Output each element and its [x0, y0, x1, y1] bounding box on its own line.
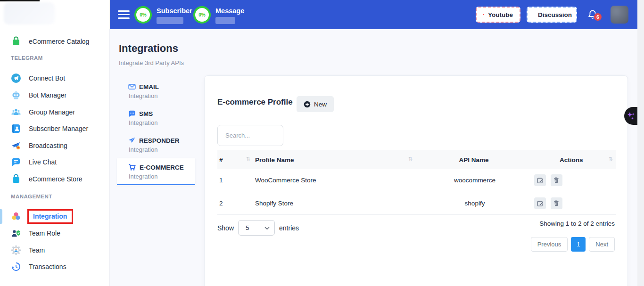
hamburger-menu-icon[interactable]: [118, 10, 130, 19]
previous-page-button[interactable]: Previous: [531, 237, 568, 252]
sidebar-item-live-chat[interactable]: Live Chat: [10, 155, 105, 170]
logo[interactable]: [4, 2, 55, 25]
broadcast-icon: [10, 140, 22, 151]
edit-button[interactable]: [534, 174, 546, 186]
subscriber-stat-label: Subscriber: [157, 7, 192, 15]
redacted-message-value: [215, 17, 235, 24]
column-header-actions[interactable]: Actions⇅: [532, 150, 616, 169]
delete-button[interactable]: [551, 197, 562, 209]
sidebar-item-label: Subscriber Manager: [29, 125, 88, 132]
sidebar-item-label: Transactions: [29, 263, 66, 270]
cell-profile-name: WooCommerce Store: [253, 169, 415, 192]
sidebar-item-integration[interactable]: Integration: [10, 209, 105, 224]
show-label: Show: [217, 224, 234, 232]
top-header-bar: 0% Subscriber 0% Message Youtube Discuss…: [110, 0, 637, 29]
sidebar-item-label: Group Manager: [29, 108, 75, 116]
team-role-icon: [10, 228, 22, 239]
transactions-icon: [10, 261, 22, 272]
chevron-down-icon: [264, 227, 270, 230]
sidebar-item-label: Team: [29, 246, 45, 254]
message-stat: 0% Message: [193, 6, 244, 24]
sms-icon: [128, 110, 136, 117]
sidebar-item-bot-manager[interactable]: Bot Manager: [10, 88, 105, 103]
sidebar-item-transactions[interactable]: Transactions: [10, 259, 105, 274]
sidebar: eCommerce Catalog TELEGRAM Connect Bot B…: [0, 0, 110, 286]
sidebar-section-management: MANAGEMENT: [11, 194, 52, 199]
page-title: Integrations: [119, 42, 178, 55]
subnav-item-ecommerce[interactable]: E-COMMERCE Integration: [117, 158, 195, 185]
subnav-item-subtitle: Integration: [129, 92, 184, 99]
integration-icon: [10, 211, 22, 222]
edit-icon: [537, 177, 544, 184]
subnav-item-title: SMS: [139, 110, 153, 117]
column-header-api-name[interactable]: API Name: [415, 150, 532, 169]
current-page-button[interactable]: 1: [571, 237, 586, 252]
store-bag-icon: [10, 173, 22, 185]
subnav-item-responder[interactable]: RESPONDER Integration: [117, 131, 195, 158]
sidebar-item-broadcasting[interactable]: Broadcasting: [10, 138, 105, 153]
sidebar-item-group-manager[interactable]: Group Manager: [10, 105, 105, 120]
subnav-item-sms[interactable]: SMS Integration: [117, 105, 195, 131]
new-profile-button[interactable]: New: [297, 96, 334, 112]
robot-icon: [10, 90, 22, 101]
sidebar-item-team[interactable]: Team: [10, 243, 105, 258]
sidebar-item-label: eCommerce Store: [29, 175, 83, 183]
plus-circle-icon: [304, 101, 311, 108]
column-header-profile-name[interactable]: Profile Name⇅: [253, 150, 415, 169]
shopping-bag-green-icon: [10, 36, 22, 47]
sort-icon: ⇅: [246, 156, 250, 162]
table-row: 1 WooCommerce Store woocommerce: [217, 169, 616, 192]
youtube-button[interactable]: Youtube: [476, 7, 520, 23]
pagination: Previous 1 Next: [531, 237, 615, 252]
sidebar-item-subscriber-manager[interactable]: Subscriber Manager: [10, 121, 105, 136]
entries-summary: Showing 1 to 2 of 2 entries: [539, 220, 615, 227]
logo-top-line: [0, 0, 40, 1]
ecommerce-profile-card: E-commerce Profile New #⇅ Profile Name⇅ …: [204, 75, 628, 286]
sidebar-item-label: Team Role: [29, 229, 60, 237]
redacted-subscriber-value: [157, 17, 183, 24]
subnav-item-subtitle: Integration: [129, 119, 184, 126]
subnav-item-title: E-COMMERCE: [140, 164, 184, 171]
next-page-button[interactable]: Next: [589, 237, 615, 252]
youtube-icon: [483, 11, 484, 18]
search-input[interactable]: [217, 125, 283, 146]
table-row: 2 Shopify Store shopify: [217, 192, 616, 214]
sort-icon: ⇅: [408, 156, 413, 162]
cell-profile-name: Shopify Store: [253, 192, 415, 214]
sidebar-item-ecommerce-catalog[interactable]: eCommerce Catalog: [10, 34, 105, 49]
cell-num: 1: [217, 169, 253, 192]
entries-label: entries: [279, 224, 299, 232]
sidebar-item-label: Live Chat: [29, 158, 57, 166]
column-header-num[interactable]: #⇅: [217, 150, 253, 169]
sidebar-item-team-role[interactable]: Team Role: [10, 226, 105, 241]
edit-button[interactable]: [534, 197, 546, 209]
page-size-select[interactable]: 5: [238, 220, 275, 236]
trash-icon: [553, 177, 560, 184]
avatar[interactable]: [611, 6, 628, 24]
browser-scrollbar[interactable]: [637, 0, 644, 286]
contacts-icon: [10, 123, 22, 134]
page-size-value: 5: [246, 224, 249, 231]
sidebar-item-connect-bot[interactable]: Connect Bot: [10, 71, 105, 86]
cell-api-name: woocommerce: [415, 169, 532, 192]
subscriber-stat: 0% Subscriber: [134, 6, 192, 24]
subnav-item-title: EMAIL: [139, 83, 159, 90]
subnav-item-email[interactable]: EMAIL Integration: [117, 78, 195, 105]
trash-icon: [553, 200, 560, 207]
cell-api-name: shopify: [415, 192, 532, 214]
avatar-blurred-image: [611, 6, 628, 24]
cell-actions: [532, 192, 616, 214]
sparkles-icon: [626, 110, 636, 122]
annotation-highlight-box: Integration: [27, 209, 73, 224]
notification-badge: 6: [594, 13, 602, 21]
edit-icon: [537, 200, 544, 207]
sidebar-item-label: Connect Bot: [29, 74, 65, 82]
integration-type-nav: EMAIL Integration SMS Integration RESPON…: [117, 78, 195, 185]
panel-title: E-commerce Profile: [217, 98, 293, 107]
delete-button[interactable]: [551, 174, 562, 186]
team-icon: [10, 245, 22, 256]
sidebar-item-label: Integration: [33, 212, 67, 220]
discussion-button[interactable]: Discussion: [527, 7, 577, 23]
subnav-item-subtitle: Integration: [129, 146, 184, 153]
sidebar-item-ecommerce-store[interactable]: eCommerce Store: [10, 172, 105, 187]
